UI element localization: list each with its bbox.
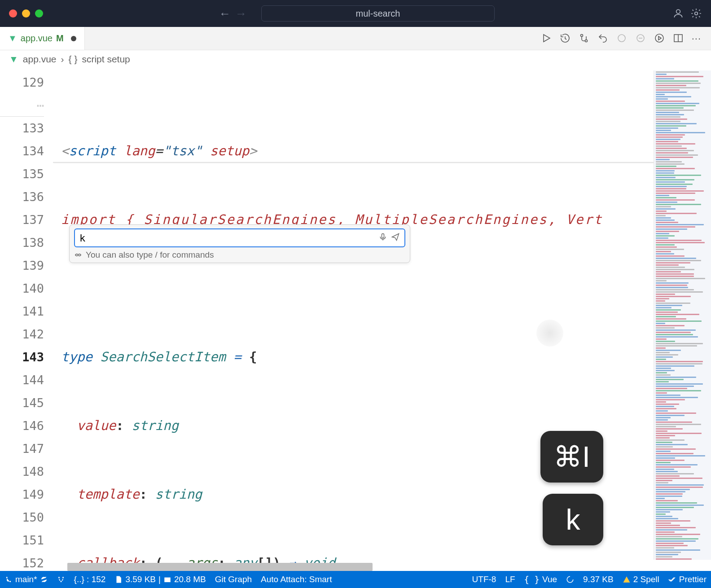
copilot-icon [74,251,82,259]
horizontal-scrollbar[interactable] [67,563,373,571]
title-bar: ← → mul-search [0,0,711,27]
svg-point-10 [79,254,81,256]
breadcrumb-scope: script setup [82,54,130,65]
history-icon[interactable] [560,33,571,44]
mic-icon[interactable] [378,233,387,244]
revert-icon[interactable] [597,33,608,44]
key-overlay-k: k [543,494,603,545]
svg-point-11 [58,577,60,578]
chevron-right-icon: › [61,54,64,65]
inline-chat-hint: You can also type / for commands [74,250,405,260]
key-overlay-cmd-i: ⌘I [540,431,603,483]
vue-icon: ▼ [9,54,18,65]
sync-icon[interactable] [40,575,48,584]
discard-icon[interactable] [635,33,646,44]
code-line [53,277,711,300]
code-area[interactable]: › <script lang="tsx" setup> import { Sin… [53,68,711,571]
status-graph-icon[interactable] [57,575,65,584]
nav-arrows: ← → [219,7,247,21]
more-actions-icon[interactable]: ··· [692,33,701,44]
status-bar: main* {..} : 152 3.59 KB | 20.8 MB Git G… [0,571,711,588]
status-stash[interactable]: {..} : 152 [74,575,106,584]
minimize-window[interactable] [22,9,30,18]
status-eol[interactable]: LF [505,575,515,584]
breadcrumb-file: app.vue [23,54,57,65]
status-filesize[interactable]: 3.59 KB | 20.8 MB [114,575,206,584]
status-encoding[interactable]: UTF-8 [472,575,496,584]
code-line: value: string [53,414,711,437]
svg-point-13 [60,581,61,582]
svg-rect-8 [382,233,384,238]
tab-app-vue[interactable]: ▼ app.vue M [0,27,85,50]
breadcrumbs[interactable]: ▼ app.vue › { } script setup [0,50,711,68]
window-controls [9,9,43,18]
svg-point-9 [76,254,78,256]
status-prettier[interactable]: Prettier [668,575,707,584]
svg-point-3 [585,39,587,42]
status-gitgraph[interactable]: Git Graph [215,575,252,584]
svg-point-1 [695,12,698,15]
line-gutter: 129 ⋯ 133 134 135136137 138139140 141142… [0,68,53,571]
split-editor-icon[interactable] [673,33,684,44]
tab-dirty-indicator [71,36,76,41]
close-window[interactable] [9,9,17,18]
nav-back-icon[interactable]: ← [219,7,231,21]
settings-cog-icon[interactable] [616,33,627,44]
run-debug-icon[interactable] [654,33,665,44]
inline-chat-input[interactable] [74,228,405,247]
nav-forward-icon[interactable]: → [235,7,247,21]
status-language[interactable]: { }Vue [524,575,557,584]
status-ssize[interactable]: 9.37 KB [583,575,614,584]
command-center[interactable]: mul-search [261,5,495,22]
svg-point-0 [676,9,680,13]
braces-icon: { } [69,54,78,65]
status-branch[interactable]: main* [4,575,48,584]
svg-point-2 [580,34,583,36]
inline-chat-textfield[interactable] [79,233,375,244]
minimap[interactable]: // minimal decorative minimap bars drawn… [654,70,711,560]
svg-point-6 [655,34,663,42]
account-icon[interactable] [672,8,684,19]
gear-icon[interactable] [690,8,702,19]
tab-bar: ▼ app.vue M ··· [0,27,711,50]
code-line: type SearchSelectItem = { [53,346,711,369]
status-autoattach[interactable]: Auto Attach: Smart [261,575,332,584]
send-icon[interactable] [391,233,400,244]
editor[interactable]: 129 ⋯ 133 134 135136137 138139140 141142… [0,68,711,571]
code-line: template: string [53,483,711,506]
svg-point-12 [62,577,64,578]
code-line: <script lang="tsx" setup> [53,140,711,162]
tab-filename: app.vue [21,33,53,44]
cursor-glow [536,320,563,347]
run-icon[interactable] [541,33,552,44]
maximize-window[interactable] [35,9,43,18]
status-spell[interactable]: 2 Spell [623,575,659,584]
compare-icon[interactable] [579,33,589,44]
vue-icon: ▼ [8,33,17,44]
tab-modified-flag: M [56,33,64,44]
status-spinner [566,575,574,584]
editor-actions: ··· [531,33,711,44]
command-center-title: mul-search [356,9,400,19]
svg-point-4 [618,35,625,42]
inline-chat: You can also type / for commands [69,224,410,263]
